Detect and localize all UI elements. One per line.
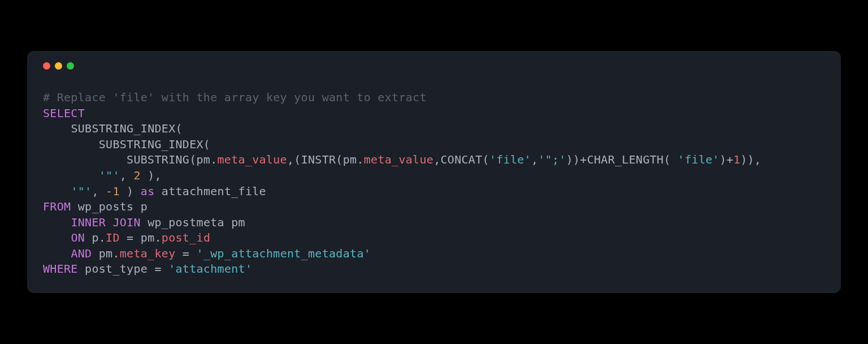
col-meta-key: meta_key xyxy=(120,247,176,260)
num-two: 2 xyxy=(133,169,140,182)
num-neg-one: -1 xyxy=(106,184,120,198)
str-quote: '"' xyxy=(71,184,92,198)
num-one: 1 xyxy=(734,153,740,166)
col-meta-value: meta_value xyxy=(364,153,433,166)
kw-where: WHERE xyxy=(43,262,78,276)
code-window: # Replace 'file' with the array key you … xyxy=(27,51,841,293)
tbl-wp-postmeta: wp_postmeta pm xyxy=(141,216,245,229)
code-block: # Replace 'file' with the array key you … xyxy=(43,90,825,277)
fn-substring-index: SUBSTRING_INDEX( xyxy=(71,122,182,135)
minimize-icon[interactable] xyxy=(55,62,62,70)
col-id: ID xyxy=(106,231,120,244)
str-quote: '"' xyxy=(99,169,120,182)
kw-and: AND xyxy=(71,247,92,260)
col-meta-value: meta_value xyxy=(218,153,287,166)
fn-substring-index: SUBSTRING_INDEX( xyxy=(99,137,210,151)
tbl-wp-posts: wp_posts p xyxy=(71,200,147,213)
kw-select: SELECT xyxy=(43,106,85,120)
col-post-id: post_id xyxy=(162,231,210,244)
kw-on: ON xyxy=(71,231,85,244)
fn-substring: SUBSTRING(pm xyxy=(127,153,210,166)
kw-join: JOIN xyxy=(112,216,140,229)
alias-attachment-file: attachment_file xyxy=(155,184,266,198)
str-attachment: 'attachment' xyxy=(168,262,252,276)
str-file: 'file' xyxy=(489,153,531,166)
str-file: 'file' xyxy=(678,153,719,166)
kw-as: as xyxy=(141,184,155,198)
maximize-icon[interactable] xyxy=(67,62,74,70)
kw-inner: INNER xyxy=(71,216,106,229)
kw-from: FROM xyxy=(43,200,71,213)
code-comment: # Replace 'file' with the array key you … xyxy=(43,91,427,104)
close-icon[interactable] xyxy=(43,62,50,70)
str-delim: '";' xyxy=(538,153,566,166)
str-wp-attachment-metadata: '_wp_attachment_metadata' xyxy=(197,247,371,260)
titlebar xyxy=(43,62,825,70)
